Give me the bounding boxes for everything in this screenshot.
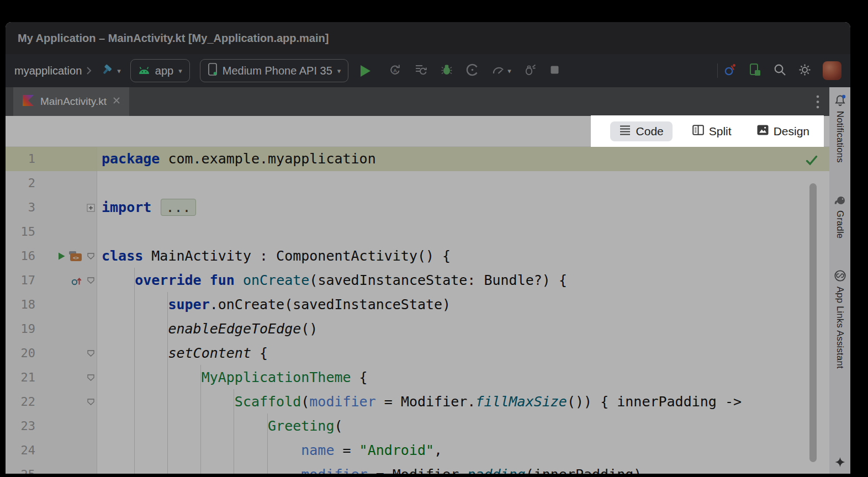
gutter: 22 (6, 390, 97, 414)
fold-marker (84, 220, 97, 244)
line-number: 22 (6, 390, 35, 414)
editor-tab-bar: MainActivity.kt (6, 87, 829, 116)
android-head-icon (138, 65, 150, 77)
chevron-down-icon: ▾ (178, 67, 182, 75)
stripe-notifications[interactable]: Notifications (834, 94, 846, 163)
apply-changes-icon[interactable]: A (388, 63, 402, 79)
build-button[interactable]: ▾ (100, 62, 121, 79)
fold-marker[interactable] (84, 365, 97, 390)
code-line-text[interactable]: super.onCreate(savedInstanceState) (97, 293, 829, 317)
code-rows: 1package com.example.myapplication23impo… (6, 147, 829, 474)
line-number: 1 (6, 147, 35, 171)
gutter: 17 (6, 268, 97, 293)
line-number: 25 (6, 463, 35, 474)
gutter: 25 (6, 463, 97, 474)
code-line-text[interactable]: package com.example.myapplication (97, 147, 829, 171)
code-line-text[interactable]: name = "Android", (97, 438, 829, 463)
fold-marker (84, 438, 97, 463)
code-line-1: 1package com.example.myapplication (6, 147, 829, 171)
fold-marker (84, 147, 97, 171)
phone-icon (208, 62, 218, 79)
apply-code-changes-icon[interactable] (414, 63, 428, 79)
run-button[interactable] (359, 64, 372, 78)
fold-marker (84, 463, 97, 474)
line-number: 2 (6, 171, 35, 195)
chevron-down-icon: ▾ (117, 67, 121, 75)
code-line-18: 18 super.onCreate(savedInstanceState) (6, 293, 829, 317)
split-view-icon (692, 125, 704, 138)
stripe-gradle[interactable]: Gradle (833, 195, 847, 239)
code-line-text[interactable]: class MainActivity : ComponentActivity()… (97, 244, 829, 268)
svg-text:<>: <> (73, 255, 79, 261)
line-number: 15 (6, 220, 35, 244)
design-view-button[interactable]: Design (751, 121, 815, 141)
fold-marker[interactable] (84, 195, 97, 220)
code-line-text[interactable]: override fun onCreate(savedInstanceState… (97, 268, 829, 293)
code-line-23: 23 Greeting( (6, 414, 829, 438)
gutter-icons (35, 317, 84, 341)
split-view-button[interactable]: Split (687, 121, 737, 141)
code-line-text[interactable] (97, 220, 829, 244)
code-line-text[interactable] (97, 171, 829, 195)
fold-marker[interactable] (84, 341, 97, 365)
line-number: 20 (6, 341, 35, 365)
code-line-text[interactable]: Scaffold(modifier = Modifier.fillMaxSize… (97, 390, 829, 414)
vertical-scrollbar[interactable] (809, 183, 817, 462)
user-avatar[interactable] (823, 61, 841, 80)
debug-icon[interactable] (440, 63, 453, 78)
build-icon (100, 62, 115, 79)
stop-icon[interactable] (549, 65, 560, 77)
inspections-status-icon[interactable] (805, 155, 818, 166)
gutter: 16<> (6, 244, 97, 268)
settings-icon[interactable] (798, 63, 812, 79)
gutter-icons (35, 147, 84, 171)
profile-low-overhead-icon (491, 63, 505, 79)
gutter-icons (35, 268, 84, 293)
kebab-menu-icon[interactable] (816, 94, 819, 109)
code-line-25: 25 modifier = Modifier.padding(innerPadd… (6, 463, 829, 474)
fold-marker (84, 171, 97, 195)
gutter-icons (35, 438, 84, 463)
search-icon[interactable] (773, 63, 787, 79)
stripe-label: App Links Assistant (835, 287, 845, 369)
line-number: 23 (6, 414, 35, 438)
profile-low-overhead-button[interactable]: ▾ (491, 63, 511, 79)
code-view-label: Code (636, 125, 664, 138)
run-icon (359, 64, 372, 78)
run-icon[interactable] (57, 252, 66, 261)
device-manager-icon[interactable] (749, 63, 762, 79)
fold-marker[interactable] (84, 244, 97, 268)
code-line-text[interactable]: MyApplicationTheme { (97, 365, 829, 390)
override-icon[interactable] (71, 275, 82, 286)
code-line-2: 2 (6, 171, 829, 195)
run-config-selector[interactable]: app ▾ (130, 59, 190, 82)
toolbar-action-icons: A ▾ (388, 63, 560, 79)
device-selector[interactable]: Medium Phone API 35 ▾ (200, 59, 349, 82)
fold-marker (84, 293, 97, 317)
attach-debugger-icon[interactable] (523, 63, 537, 79)
tab-mainactivity[interactable]: MainActivity.kt (13, 87, 129, 116)
stripe-app-links-assistant[interactable]: App Links Assistant (834, 269, 846, 369)
line-number: 3 (6, 195, 35, 220)
code-line-text[interactable]: setContent { (97, 341, 829, 365)
design-view-label: Design (774, 125, 809, 138)
project-name[interactable]: myapplication (14, 65, 82, 77)
chevron-down-icon: ▾ (507, 67, 511, 75)
code-line-text[interactable]: Greeting( (97, 414, 829, 438)
toolbar-right-icons (723, 61, 841, 80)
component-icon[interactable]: <> (68, 251, 82, 262)
code-line-text[interactable]: enableEdgeToEdge() (97, 317, 829, 341)
gemini-star-icon[interactable] (834, 457, 846, 468)
close-icon[interactable] (113, 97, 120, 107)
fold-marker[interactable] (84, 390, 97, 414)
profiler-icon[interactable] (465, 63, 479, 79)
code-line-19: 19 enableEdgeToEdge() (6, 317, 829, 341)
view-mode-toggle: Code Split Design (591, 115, 824, 147)
main-toolbar: myapplication ▾ app ▾ Medium Phone API 3… (6, 54, 850, 87)
stripe-label: Notifications (835, 111, 845, 163)
code-line-text[interactable]: modifier = Modifier.padding(innerPadding… (97, 463, 829, 474)
code-view-button[interactable]: Code (610, 121, 673, 141)
fold-marker[interactable] (84, 268, 97, 293)
app-quality-insights-icon[interactable] (723, 62, 738, 79)
code-line-text[interactable]: import ... (97, 195, 829, 220)
